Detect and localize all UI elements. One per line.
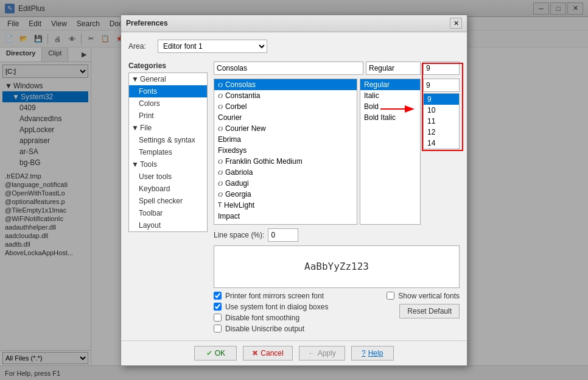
font-list-item-ebrima[interactable]: Ebrima: [214, 134, 357, 145]
size-10[interactable]: 10: [424, 105, 459, 116]
cat-layout[interactable]: Layout: [129, 219, 207, 231]
checkbox-row-printer-font: Printer font mirrors screen font: [214, 292, 328, 300]
font-list-item-franklin[interactable]: O Franklin Gothic Medium: [214, 156, 357, 167]
cat-templates[interactable]: Templates: [129, 146, 207, 158]
size-list[interactable]: 9 10 11 12 14: [423, 93, 460, 149]
font-list-item-gadugi[interactable]: O Gadugi: [214, 178, 357, 189]
cat-file[interactable]: ▼ File: [129, 122, 207, 134]
ok-button[interactable]: ✔ OK: [194, 346, 237, 361]
cat-keyboard[interactable]: Keyboard: [129, 183, 207, 195]
font-list-item-impact[interactable]: Impact: [214, 211, 357, 222]
font-list-item-helvlight[interactable]: T HelvLight: [214, 200, 357, 211]
ok-label: OK: [215, 349, 225, 357]
help-button[interactable]: ? Help: [351, 346, 394, 361]
font-size-input[interactable]: [423, 62, 460, 75]
cat-toolbar[interactable]: Toolbar: [129, 207, 207, 219]
cat-colors[interactable]: Colors: [129, 97, 207, 110]
dialog-main-content: Categories ▼ General Fonts Colors Print …: [128, 62, 460, 333]
font-type-icon: O: [218, 125, 223, 132]
printer-font-checkbox[interactable]: [214, 292, 222, 300]
cat-fonts[interactable]: Fonts: [129, 85, 207, 97]
font-type-icon-T: T: [218, 202, 222, 208]
system-font-label: Use system font in dialog boxes: [225, 303, 328, 311]
area-row: Area: Editor font 1: [128, 40, 460, 53]
categories-section: Categories ▼ General Fonts Colors Print …: [128, 62, 208, 333]
app-window: ✎ EditPlus ─ □ ✕ File Edit View Search D…: [0, 0, 588, 380]
cancel-x-icon: ✖: [252, 349, 258, 357]
cancel-label: Cancel: [261, 349, 283, 357]
size-11[interactable]: 11: [424, 116, 459, 127]
area-label: Area:: [128, 42, 153, 51]
expand-icon: ▼: [131, 124, 139, 132]
ok-checkmark-icon: ✔: [206, 349, 212, 357]
size-12[interactable]: 12: [424, 127, 459, 138]
cat-tools[interactable]: ▼ Tools: [129, 158, 207, 171]
font-type-icon: O: [218, 169, 223, 176]
cat-general[interactable]: ▼ General: [129, 73, 207, 85]
printer-font-label: Printer font mirrors screen font: [225, 292, 324, 300]
checkbox-row-system-font: Use system font in dialog boxes: [214, 303, 328, 311]
dialog-bottom: ✔ OK ✖ Cancel ← Apply ? Help: [121, 340, 467, 365]
font-type-icon: O: [218, 103, 223, 110]
system-font-checkbox[interactable]: [214, 303, 222, 311]
font-type-icon: O: [218, 92, 223, 99]
dialog-title-bar: Preferences ✕: [121, 15, 467, 32]
font-list-item-fixedsys[interactable]: Fixedsys: [214, 145, 357, 156]
style-bold[interactable]: Bold: [360, 101, 420, 112]
disable-smoothing-label: Disable font smoothing: [225, 314, 299, 322]
vertical-fonts-label: Show vertical fonts: [398, 292, 460, 300]
font-list-item-constantia[interactable]: O Constantia: [214, 90, 357, 101]
style-regular[interactable]: Regular: [360, 79, 420, 90]
modal-overlay: Preferences ✕ Area: Editor font 1 Catego…: [0, 0, 588, 380]
font-list-item-courier-new[interactable]: O Courier New: [214, 123, 357, 134]
categories-heading: Categories: [128, 62, 208, 70]
size-9[interactable]: 9: [424, 94, 459, 105]
expand-icon: ▼: [131, 75, 139, 83]
font-list[interactable]: O Consolas O Constantia O: [214, 79, 357, 225]
checkbox-row-disable-uniscribe: Disable Uniscribe output: [214, 325, 328, 333]
font-preview-box: AaBbYyZz123: [214, 245, 460, 288]
categories-panel: ▼ General Fonts Colors Print ▼ File Sett…: [128, 72, 208, 232]
font-list-item-gabriola[interactable]: O Gabriola: [214, 167, 357, 178]
font-list-item-corbel[interactable]: O Corbel: [214, 101, 357, 112]
apply-button[interactable]: ← Apply: [299, 346, 345, 361]
size-combo-top[interactable]: [423, 79, 460, 92]
font-list-item-consolas[interactable]: O Consolas: [214, 79, 357, 90]
lists-container-wrapper: O Consolas O Constantia O: [214, 79, 460, 225]
line-space-row: Line space (%):: [214, 228, 460, 242]
cat-spell-checker[interactable]: Spell checker: [129, 195, 207, 207]
vertical-fonts-checkbox[interactable]: [387, 292, 394, 300]
reset-default-button[interactable]: Reset Default: [399, 304, 460, 318]
line-space-label: Line space (%):: [214, 231, 264, 239]
cat-print[interactable]: Print: [129, 110, 207, 122]
font-list-item-javanese[interactable]: O Javanese Text: [214, 222, 357, 225]
font-type-icon: O: [218, 158, 223, 165]
lists-container: O Consolas O Constantia O: [214, 79, 460, 225]
cancel-button[interactable]: ✖ Cancel: [243, 346, 292, 361]
font-type-icon: O: [218, 81, 223, 88]
dialog-title: Preferences: [126, 19, 450, 27]
checkboxes-left: Printer font mirrors screen font Use sys…: [214, 292, 328, 333]
disable-uniscribe-label: Disable Uniscribe output: [225, 325, 304, 333]
disable-uniscribe-checkbox[interactable]: [214, 325, 222, 332]
cat-settings-syntax[interactable]: Settings & syntax: [129, 134, 207, 146]
options-row: Printer font mirrors screen font Use sys…: [214, 292, 460, 333]
size-14[interactable]: 14: [424, 138, 459, 149]
style-italic[interactable]: Italic: [360, 90, 420, 101]
area-select[interactable]: Editor font 1: [158, 40, 267, 53]
apply-arrow-icon: ←: [308, 349, 315, 357]
cat-user-tools[interactable]: User tools: [129, 171, 207, 183]
style-list[interactable]: Regular Italic Bold Bold Italic: [360, 79, 421, 225]
line-space-input[interactable]: [268, 228, 298, 242]
dialog-close-button[interactable]: ✕: [450, 18, 462, 29]
help-icon: ?: [362, 349, 366, 357]
font-list-item-georgia[interactable]: O Georgia: [214, 189, 357, 200]
disable-smoothing-checkbox[interactable]: [214, 314, 222, 322]
checkbox-row-vertical-fonts: Show vertical fonts: [387, 292, 460, 300]
font-name-input[interactable]: [214, 62, 363, 75]
font-style-input[interactable]: [366, 62, 421, 75]
font-list-item-courier[interactable]: Courier: [214, 112, 357, 123]
help-label: Help: [368, 349, 383, 357]
apply-label: Apply: [318, 349, 336, 357]
style-bold-italic[interactable]: Bold Italic: [360, 112, 420, 123]
